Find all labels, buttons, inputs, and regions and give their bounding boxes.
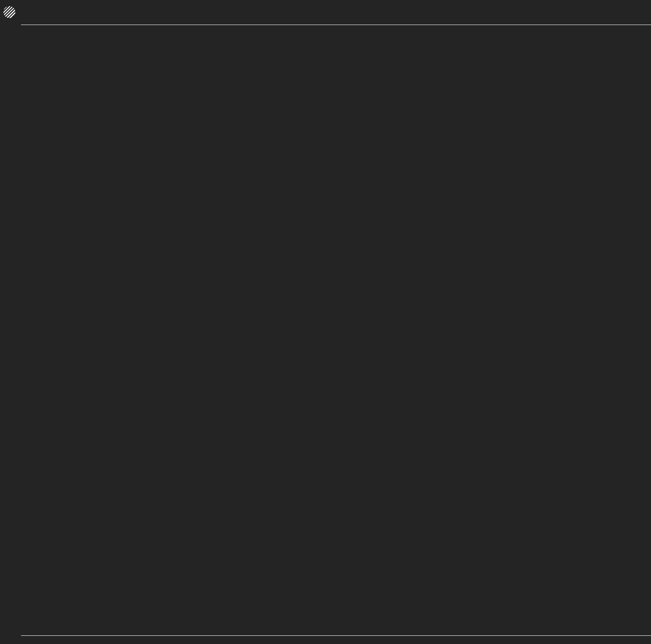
- gfz-logo-icon: [3, 6, 15, 18]
- spectrogram-canvas: [21, 25, 651, 635]
- plot-bottom-axis-line: [21, 635, 651, 636]
- spectrogram-page: { "header": { "org": "GFZ", "subtitle_li…: [0, 0, 651, 644]
- colorbar-gradient: [179, 4, 494, 9]
